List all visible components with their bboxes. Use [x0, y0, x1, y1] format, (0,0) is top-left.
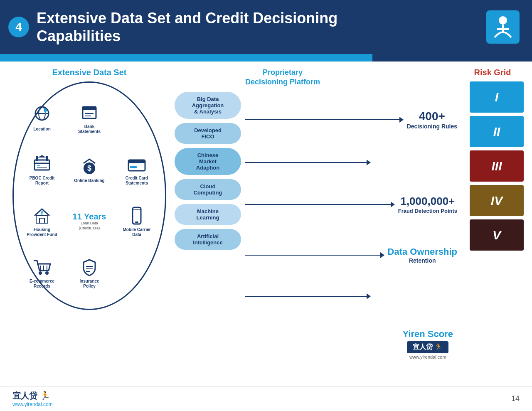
page-footer: 宜人贷 🏃 www.yirendai.com 14: [0, 386, 532, 411]
arrow-line-3: [245, 204, 394, 205]
risk-box-II: II: [470, 116, 524, 147]
svg-rect-22: [130, 166, 137, 168]
risk-box-III: III: [470, 150, 524, 182]
stat-row-3: 1,000,000+ Fraud Detection Points: [245, 195, 457, 214]
stat-row-5: [245, 296, 457, 297]
stat-row-4: Data Ownership Retention: [245, 246, 457, 264]
sub-stripe: [0, 54, 532, 62]
svg-point-0: [499, 16, 507, 25]
icon-online-banking: $ Online Banking: [66, 145, 112, 195]
data-oval: Location Bank Statements: [12, 81, 166, 310]
icon-empty-2: [114, 248, 160, 298]
icon-ecommerce: E-commerce Records: [19, 248, 65, 298]
arrow-line-4: [245, 255, 384, 256]
svg-rect-9: [83, 107, 96, 110]
icon-location: Location: [19, 94, 65, 143]
svg-rect-23: [36, 216, 48, 223]
arrow-line-2: [245, 162, 370, 163]
center-section: Proprietary Decisioning Platform Big Dat…: [175, 68, 457, 380]
icon-bank-statements: Bank Statements: [66, 94, 112, 143]
svg-rect-15: [46, 156, 48, 161]
page-title: Extensive Data Set and Credit Decisionin…: [37, 9, 337, 45]
yiren-score-block: Yiren Score 宜人贷 🏃 www.yirendai.com: [403, 329, 457, 359]
platform-bubbles-col: Big DataAggregation& Analysis DevelopedF…: [175, 90, 241, 380]
arrow-line-5: [245, 296, 370, 297]
stat-row-2: [245, 162, 457, 163]
footer-brand: 宜人贷 🏃 www.yirendai.com: [12, 390, 53, 407]
stat-ownership: Data Ownership Retention: [388, 246, 457, 264]
risk-box-V: V: [470, 219, 524, 251]
risk-box-I: I: [470, 81, 524, 113]
icon-housing: ¥ Housing Provident Fund: [19, 197, 65, 246]
icon-pboc: PBOC Credit Report: [19, 145, 65, 195]
left-section-title: Extensive Data Set: [8, 68, 170, 77]
svg-text:¥: ¥: [40, 209, 44, 216]
stat-fraud: 1,000,000+ Fraud Detection Points: [398, 195, 457, 214]
slide-number-badge: 4: [8, 17, 29, 37]
icon-11-years: 11 Years Loan Data(CreditEase): [66, 197, 112, 246]
svg-rect-12: [34, 160, 49, 170]
svg-point-29: [39, 271, 42, 275]
svg-rect-21: [128, 160, 145, 163]
bubble-chinese: ChineseMarketAdaption: [175, 148, 241, 175]
arrow-line-1: [245, 119, 403, 120]
right-section: Risk Grid I II III IV V: [461, 68, 524, 380]
stat-400: 400+ Decisioning Rules: [407, 110, 457, 130]
icon-credit-card: Credit Card Statements: [114, 145, 160, 195]
icon-grid: Location Bank Statements: [11, 85, 168, 306]
icon-empty-1: [114, 94, 160, 143]
left-section: Extensive Data Set Location: [8, 68, 170, 380]
platform-title: Proprietary Decisioning Platform: [175, 68, 391, 87]
page-number: 14: [511, 394, 520, 403]
bubble-cloud: CloudComputing: [175, 179, 241, 200]
bubble-ml: MachineLearning: [175, 204, 241, 225]
risk-box-IV: IV: [470, 185, 524, 216]
svg-text:$: $: [87, 164, 91, 172]
bubble-fico: DevelopedFICO: [175, 123, 241, 144]
stats-col: 400+ Decisioning Rules: [245, 90, 457, 380]
bubble-bigdata: Big DataAggregation& Analysis: [175, 92, 241, 119]
icon-insurance: Insurance Policy: [66, 248, 112, 298]
stat-row-1: 400+ Decisioning Rules: [245, 110, 457, 130]
svg-rect-24: [39, 218, 44, 223]
yiren-logo-icon: [490, 15, 515, 39]
page-header: 4 Extensive Data Set and Credit Decision…: [0, 0, 532, 54]
header-logo: [486, 10, 520, 44]
bubble-ai: ArtificialIntelligence: [175, 229, 241, 250]
risk-boxes-container: I II III IV V: [461, 81, 524, 251]
risk-grid-title: Risk Grid: [461, 68, 524, 77]
icon-mobile-carrier: Mobile Carrier Data: [114, 197, 160, 246]
svg-point-30: [45, 271, 49, 275]
svg-rect-27: [135, 221, 138, 223]
header-left: 4 Extensive Data Set and Credit Decision…: [8, 9, 337, 45]
svg-rect-14: [36, 156, 38, 161]
